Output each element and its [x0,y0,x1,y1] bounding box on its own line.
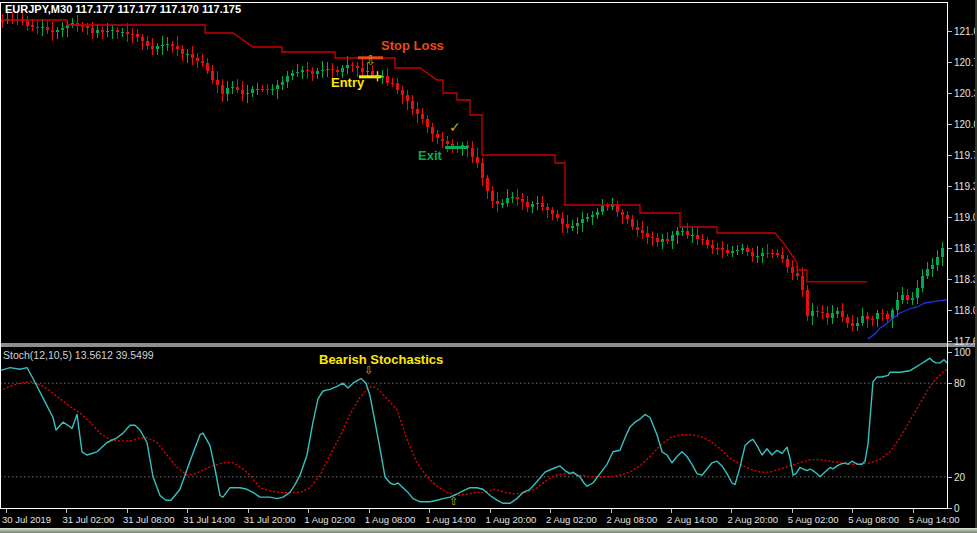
stoch-axis-label: 20 [954,473,965,483]
candle-body [856,323,859,326]
candle-body [716,248,719,249]
stoch-arrow-up-icon[interactable]: ⇧ [449,496,458,507]
time-tick [369,509,370,513]
time-axis-label: 31 Jul 14:00 [183,515,235,525]
time-axis-label: 1 Aug 08:00 [365,515,416,525]
candle-body [41,27,44,28]
chart-title: EURJPY,M30 117.177 117.177 117.170 117.1… [5,4,241,15]
candle-body [121,32,124,33]
stoch-level-lines [0,383,947,477]
candle-body [516,197,519,200]
candle-body [81,26,84,27]
candle-body [676,231,679,235]
candle-body [301,70,304,72]
candle-body [811,311,814,317]
bearish-stochastics-label[interactable]: Bearish Stochastics [319,353,443,366]
time-axis-label: 2 Aug 08:00 [607,515,658,525]
candle-body [56,30,59,31]
candle-body [446,141,449,144]
candle-body [536,203,539,204]
candle-body [336,70,339,72]
stoch-tick [948,383,952,384]
stoch-axis-label: 80 [954,379,965,389]
entry-label[interactable]: Entry [331,76,364,89]
candle-body [341,68,344,72]
candle-body [696,235,699,239]
time-axis-label: 2 Aug 14:00 [667,515,718,525]
mt4-chart-window: EURJPY,M30 117.177 117.177 117.170 117.1… [0,0,977,533]
time-axis-label: 31 Jul 08:00 [123,515,175,525]
candle-body [911,298,914,301]
candle-body [31,25,34,27]
candle-body [936,257,939,265]
candle-body [346,65,349,69]
candle-body [296,72,299,73]
candle-body [436,134,439,139]
time-axis-label: 5 Aug 08:00 [848,515,899,525]
candle-body [161,45,164,46]
time-axis-label: 1 Aug 20:00 [486,515,537,525]
time-tick [66,509,67,513]
time-axis-label: 31 Jul 20:00 [244,515,296,525]
exit-label[interactable]: Exit [418,149,442,162]
candle-body [626,215,629,218]
candle-body [881,313,884,314]
candle-body [641,230,644,234]
candle-body [166,44,169,45]
stop-loss-label[interactable]: Stop Loss [381,39,444,52]
candle-body [236,87,239,90]
candle-body [241,90,244,94]
candle-body [736,250,739,251]
candle-body [731,251,734,253]
stoch-main-line [0,358,947,503]
stoch-arrow-down-icon[interactable]: ⇩ [364,365,373,376]
candle-body [116,30,119,32]
exit-marker[interactable] [445,146,468,149]
stoch-tick [948,352,952,353]
candle-body [566,224,569,228]
time-axis[interactable]: 30 Jul 201931 Jul 02:0031 Jul 08:0031 Ju… [0,509,977,528]
candle-body [111,30,114,31]
candle-body [231,87,234,88]
candle-body [406,95,409,101]
time-tick [550,509,551,513]
candle-body [521,199,524,202]
candle-body [216,80,219,85]
candle-body [356,66,359,68]
candle-body [101,30,104,32]
candle-body [261,89,264,90]
candle-body [96,30,99,33]
candle-body [196,58,199,61]
candle-body [816,311,819,312]
chart-canvas[interactable] [0,0,977,533]
candle-body [591,215,594,216]
candle-body [141,37,144,41]
stoch-scale[interactable]: 10080200 [948,0,977,533]
time-axis-label: 2 Aug 20:00 [727,515,778,525]
candle-body [476,157,479,163]
candle-body [321,70,324,71]
candle-body [721,248,724,249]
candle-body [266,89,269,90]
stop-arrow-down-icon[interactable]: ⇩ [365,54,376,67]
candle-body [926,269,929,276]
candle-body [26,21,29,26]
exit-check-icon[interactable]: ✓ [449,120,461,134]
candle-body [286,76,289,82]
candle-body [481,163,484,179]
candle-body [471,148,474,157]
candle-body [501,203,504,205]
candle-body [556,214,559,218]
candle-body [846,317,849,323]
time-axis-label: 5 Aug 14:00 [909,515,960,525]
candle-body [681,231,684,232]
candle-body [746,248,749,252]
candle-body [246,93,249,94]
candle-body [416,109,419,115]
candle-body [786,259,789,268]
candle-body [661,239,664,242]
time-tick [429,509,430,513]
candle-body [831,313,834,318]
candle-body [331,69,334,71]
candle-body [206,63,209,71]
